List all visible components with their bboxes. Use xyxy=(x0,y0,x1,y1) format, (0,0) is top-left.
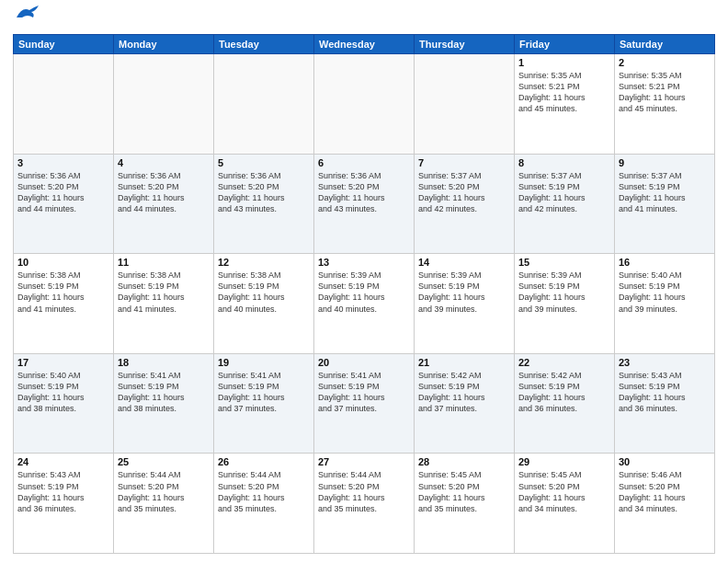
day-number: 15 xyxy=(518,257,610,268)
calendar-cell: 3Sunrise: 5:36 AM Sunset: 5:20 PM Daylig… xyxy=(14,154,114,254)
weekday-header: Thursday xyxy=(415,35,515,54)
calendar-cell: 20Sunrise: 5:41 AM Sunset: 5:19 PM Dayli… xyxy=(314,353,415,454)
day-info: Sunrise: 5:44 AM Sunset: 5:20 PM Dayligh… xyxy=(218,469,310,514)
weekday-header: Friday xyxy=(515,35,615,54)
weekday-header: Sunday xyxy=(14,35,114,54)
day-number: 10 xyxy=(17,257,109,268)
day-number: 9 xyxy=(619,157,711,168)
day-number: 2 xyxy=(619,57,711,68)
calendar-cell: 2Sunrise: 5:35 AM Sunset: 5:21 PM Daylig… xyxy=(615,54,715,155)
day-info: Sunrise: 5:36 AM Sunset: 5:20 PM Dayligh… xyxy=(17,170,109,215)
day-number: 23 xyxy=(619,357,711,368)
logo-bird-icon xyxy=(15,5,40,27)
day-info: Sunrise: 5:36 AM Sunset: 5:20 PM Dayligh… xyxy=(218,170,310,215)
calendar-cell: 10Sunrise: 5:38 AM Sunset: 5:19 PM Dayli… xyxy=(14,254,114,354)
calendar-cell: 7Sunrise: 5:37 AM Sunset: 5:20 PM Daylig… xyxy=(415,154,515,254)
day-info: Sunrise: 5:43 AM Sunset: 5:19 PM Dayligh… xyxy=(17,469,109,514)
day-info: Sunrise: 5:38 AM Sunset: 5:19 PM Dayligh… xyxy=(118,270,210,315)
day-number: 30 xyxy=(619,456,711,467)
calendar-cell: 28Sunrise: 5:45 AM Sunset: 5:20 PM Dayli… xyxy=(415,454,515,554)
day-number: 4 xyxy=(118,157,210,168)
day-info: Sunrise: 5:37 AM Sunset: 5:20 PM Dayligh… xyxy=(418,170,510,215)
calendar-cell: 29Sunrise: 5:45 AM Sunset: 5:20 PM Dayli… xyxy=(515,454,615,554)
calendar-cell: 14Sunrise: 5:39 AM Sunset: 5:19 PM Dayli… xyxy=(415,254,515,354)
day-info: Sunrise: 5:45 AM Sunset: 5:20 PM Dayligh… xyxy=(418,469,510,514)
day-info: Sunrise: 5:44 AM Sunset: 5:20 PM Dayligh… xyxy=(318,469,410,514)
day-info: Sunrise: 5:46 AM Sunset: 5:20 PM Dayligh… xyxy=(619,469,711,514)
day-info: Sunrise: 5:42 AM Sunset: 5:19 PM Dayligh… xyxy=(518,370,610,415)
logo xyxy=(13,9,40,29)
day-info: Sunrise: 5:37 AM Sunset: 5:19 PM Dayligh… xyxy=(619,170,711,215)
day-number: 3 xyxy=(17,157,109,168)
day-number: 11 xyxy=(118,257,210,268)
header xyxy=(13,9,715,29)
calendar-cell: 25Sunrise: 5:44 AM Sunset: 5:20 PM Dayli… xyxy=(114,454,214,554)
day-number: 13 xyxy=(318,257,410,268)
calendar-cell xyxy=(415,54,515,155)
day-number: 22 xyxy=(518,357,610,368)
day-info: Sunrise: 5:36 AM Sunset: 5:20 PM Dayligh… xyxy=(118,170,210,215)
calendar-cell xyxy=(114,54,214,155)
calendar-cell: 12Sunrise: 5:38 AM Sunset: 5:19 PM Dayli… xyxy=(214,254,314,354)
calendar-cell: 6Sunrise: 5:36 AM Sunset: 5:20 PM Daylig… xyxy=(314,154,415,254)
day-number: 21 xyxy=(418,357,510,368)
calendar-cell: 19Sunrise: 5:41 AM Sunset: 5:19 PM Dayli… xyxy=(214,353,314,454)
day-info: Sunrise: 5:38 AM Sunset: 5:19 PM Dayligh… xyxy=(17,270,109,315)
calendar-cell: 16Sunrise: 5:40 AM Sunset: 5:19 PM Dayli… xyxy=(615,254,715,354)
day-info: Sunrise: 5:39 AM Sunset: 5:19 PM Dayligh… xyxy=(318,270,410,315)
day-number: 18 xyxy=(118,357,210,368)
page: SundayMondayTuesdayWednesdayThursdayFrid… xyxy=(0,0,728,563)
calendar-cell xyxy=(14,54,114,155)
weekday-header: Saturday xyxy=(615,35,715,54)
calendar-cell: 13Sunrise: 5:39 AM Sunset: 5:19 PM Dayli… xyxy=(314,254,415,354)
day-number: 26 xyxy=(218,456,310,467)
calendar-cell xyxy=(314,54,415,155)
weekday-header: Monday xyxy=(114,35,214,54)
calendar-cell: 30Sunrise: 5:46 AM Sunset: 5:20 PM Dayli… xyxy=(615,454,715,554)
calendar-table: SundayMondayTuesdayWednesdayThursdayFrid… xyxy=(13,34,715,554)
calendar-week-row: 10Sunrise: 5:38 AM Sunset: 5:19 PM Dayli… xyxy=(14,254,715,354)
calendar-cell: 26Sunrise: 5:44 AM Sunset: 5:20 PM Dayli… xyxy=(214,454,314,554)
calendar-cell: 23Sunrise: 5:43 AM Sunset: 5:19 PM Dayli… xyxy=(615,353,715,454)
day-info: Sunrise: 5:43 AM Sunset: 5:19 PM Dayligh… xyxy=(619,370,711,415)
day-number: 17 xyxy=(17,357,109,368)
calendar-cell: 8Sunrise: 5:37 AM Sunset: 5:19 PM Daylig… xyxy=(515,154,615,254)
calendar-cell: 4Sunrise: 5:36 AM Sunset: 5:20 PM Daylig… xyxy=(114,154,214,254)
day-number: 8 xyxy=(518,157,610,168)
day-info: Sunrise: 5:36 AM Sunset: 5:20 PM Dayligh… xyxy=(318,170,410,215)
day-number: 24 xyxy=(17,456,109,467)
weekday-header: Wednesday xyxy=(314,35,415,54)
calendar-cell: 21Sunrise: 5:42 AM Sunset: 5:19 PM Dayli… xyxy=(415,353,515,454)
weekday-header-row: SundayMondayTuesdayWednesdayThursdayFrid… xyxy=(14,35,715,54)
calendar-week-row: 3Sunrise: 5:36 AM Sunset: 5:20 PM Daylig… xyxy=(14,154,715,254)
calendar-cell: 18Sunrise: 5:41 AM Sunset: 5:19 PM Dayli… xyxy=(114,353,214,454)
day-number: 25 xyxy=(118,456,210,467)
calendar-week-row: 24Sunrise: 5:43 AM Sunset: 5:19 PM Dayli… xyxy=(14,454,715,554)
day-info: Sunrise: 5:41 AM Sunset: 5:19 PM Dayligh… xyxy=(318,370,410,415)
calendar-cell: 22Sunrise: 5:42 AM Sunset: 5:19 PM Dayli… xyxy=(515,353,615,454)
day-number: 29 xyxy=(518,456,610,467)
day-info: Sunrise: 5:42 AM Sunset: 5:19 PM Dayligh… xyxy=(418,370,510,415)
day-number: 12 xyxy=(218,257,310,268)
day-info: Sunrise: 5:35 AM Sunset: 5:21 PM Dayligh… xyxy=(518,70,610,115)
day-info: Sunrise: 5:41 AM Sunset: 5:19 PM Dayligh… xyxy=(218,370,310,415)
day-number: 27 xyxy=(318,456,410,467)
day-number: 6 xyxy=(318,157,410,168)
calendar-cell: 27Sunrise: 5:44 AM Sunset: 5:20 PM Dayli… xyxy=(314,454,415,554)
day-number: 7 xyxy=(418,157,510,168)
calendar-week-row: 17Sunrise: 5:40 AM Sunset: 5:19 PM Dayli… xyxy=(14,353,715,454)
calendar-cell xyxy=(214,54,314,155)
day-info: Sunrise: 5:35 AM Sunset: 5:21 PM Dayligh… xyxy=(619,70,711,115)
day-number: 19 xyxy=(218,357,310,368)
day-number: 16 xyxy=(619,257,711,268)
calendar-cell: 17Sunrise: 5:40 AM Sunset: 5:19 PM Dayli… xyxy=(14,353,114,454)
day-info: Sunrise: 5:40 AM Sunset: 5:19 PM Dayligh… xyxy=(17,370,109,415)
day-info: Sunrise: 5:40 AM Sunset: 5:19 PM Dayligh… xyxy=(619,270,711,315)
calendar-cell: 1Sunrise: 5:35 AM Sunset: 5:21 PM Daylig… xyxy=(515,54,615,155)
calendar-cell: 24Sunrise: 5:43 AM Sunset: 5:19 PM Dayli… xyxy=(14,454,114,554)
calendar-cell: 11Sunrise: 5:38 AM Sunset: 5:19 PM Dayli… xyxy=(114,254,214,354)
day-number: 28 xyxy=(418,456,510,467)
day-info: Sunrise: 5:44 AM Sunset: 5:20 PM Dayligh… xyxy=(118,469,210,514)
day-number: 20 xyxy=(318,357,410,368)
day-info: Sunrise: 5:41 AM Sunset: 5:19 PM Dayligh… xyxy=(118,370,210,415)
